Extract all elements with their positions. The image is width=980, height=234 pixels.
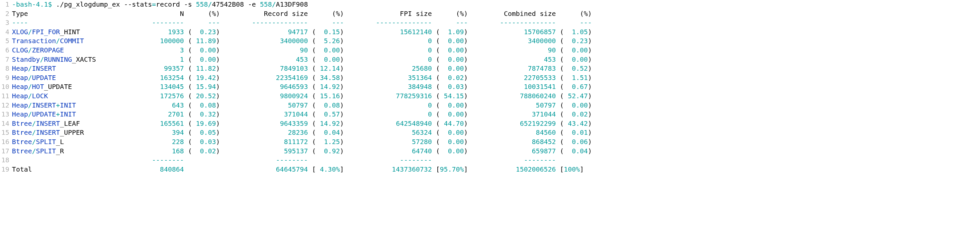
line-record: Btree/INSERT_UPPER 394 ( 0.05) 28236 ( 0… <box>12 128 592 137</box>
paren: ) <box>340 138 344 146</box>
line-number: 9 <box>1 73 9 83</box>
num: 394 <box>144 129 184 137</box>
pct: 0.01 <box>564 129 588 137</box>
line-record: Heap/INSERT+INIT 643 ( 0.08) 50797 ( 0.0… <box>12 101 592 110</box>
pct: 0.92 <box>316 147 340 155</box>
paren: ( <box>432 37 440 45</box>
line-sep2: -------- -------- -------- -------- <box>12 156 592 165</box>
sp <box>308 19 312 27</box>
paren: ( <box>308 28 316 36</box>
line-header: Type N (%) Record size (%) FPI size (%) … <box>12 9 592 19</box>
type-slash: / <box>28 92 32 100</box>
line-record: Heap/UPDATE 163254 ( 19.42) 22354169 ( 3… <box>12 73 592 83</box>
num: 840864 <box>144 165 184 173</box>
line-record: Heap/HOT_UPDATE 134045 ( 15.94) 9646593 … <box>12 82 592 92</box>
pad <box>64 138 144 146</box>
pct: 19.42 <box>192 74 216 82</box>
num: 0 <box>344 110 432 118</box>
sp <box>184 19 188 27</box>
paren: ( <box>308 37 316 45</box>
arg: 558 <box>256 0 272 8</box>
paren: ) <box>464 119 468 127</box>
num: 90 <box>468 46 556 54</box>
num: 384948 <box>344 83 432 91</box>
type-part: Heap <box>12 101 28 109</box>
pct: 0.02 <box>440 74 464 82</box>
num: 652192299 <box>468 119 556 127</box>
num: 3 <box>144 46 184 54</box>
pct: 54.15 <box>440 92 464 100</box>
line-number: 14 <box>1 119 9 129</box>
type-part: SPLIT <box>36 147 56 155</box>
br: [ <box>556 165 564 173</box>
paren: ) <box>588 28 592 36</box>
paren: ( <box>184 28 192 36</box>
num: 0 <box>344 46 432 54</box>
num: 228 <box>144 138 184 146</box>
pct: 12.14 <box>316 64 340 72</box>
num: 64645794 <box>220 165 308 173</box>
num: 868452 <box>468 138 556 146</box>
pct: 0.00 <box>440 147 464 155</box>
pct: 20.52 <box>192 92 216 100</box>
paren: ( <box>556 110 564 118</box>
pct: 43.42 <box>564 119 588 127</box>
paren: ) <box>464 37 468 45</box>
dash: -------- <box>344 156 432 164</box>
paren: ) <box>340 101 344 109</box>
pct: 0.00 <box>440 138 464 146</box>
pct: 0.03 <box>192 138 216 146</box>
line-number: 12 <box>1 101 9 110</box>
type-slash: / <box>40 56 44 64</box>
dash: -------- <box>468 156 556 164</box>
paren: ) <box>588 138 592 146</box>
num: 1933 <box>144 28 184 36</box>
paren: ( <box>432 28 440 36</box>
num: 595137 <box>220 147 308 155</box>
line-number: 5 <box>1 37 9 46</box>
type-slash: / <box>28 110 32 118</box>
paren: ( <box>184 46 192 54</box>
pad <box>48 92 144 100</box>
paren: ) <box>340 56 344 64</box>
paren: ( <box>556 37 564 45</box>
code-output: -bash-4.1$ ./pg_xlogdump_ex --stats=reco… <box>12 0 592 174</box>
pct: 14.92 <box>316 119 340 127</box>
paren: ( <box>184 37 192 45</box>
paren: ) <box>340 147 344 155</box>
prompt-ver: 4.1 <box>36 0 48 8</box>
type-tail: _L <box>56 138 64 146</box>
pct: 44.70 <box>440 119 464 127</box>
type-slash: / <box>28 46 32 54</box>
sp <box>184 10 188 18</box>
paren: ) <box>340 129 344 137</box>
pct: 0.04 <box>316 129 340 137</box>
paren: ( <box>308 129 316 137</box>
pct: 0.00 <box>440 101 464 109</box>
paren: ) <box>588 56 592 64</box>
line-record: Btree/INSERT_LEAF 165561 ( 19.69) 964335… <box>12 119 592 129</box>
pct: 0.00 <box>440 46 464 54</box>
line-record: XLOG/FPI_FOR_HINT 1933 ( 0.23) 94717 ( 0… <box>12 27 592 37</box>
line-sep: ---- -------- --- -------------- --- ---… <box>12 18 592 27</box>
pct: 1.05 <box>564 28 588 36</box>
paren: ( <box>556 147 564 155</box>
paren: ) <box>340 119 344 127</box>
num: 9646593 <box>220 83 308 91</box>
pct: 0.67 <box>564 83 588 91</box>
type-part: INSERT <box>36 129 60 137</box>
num: 163254 <box>144 74 184 82</box>
paren: ) <box>588 129 592 137</box>
type-part: INSERT <box>32 101 56 109</box>
paren: ( <box>556 83 564 91</box>
line-record: Heap/LOCK 172576 ( 20.52) 9800924 ( 15.1… <box>12 92 592 101</box>
paren: ) <box>216 28 220 36</box>
num: 50797 <box>468 101 556 109</box>
paren: ( <box>432 92 440 100</box>
line-number: 15 <box>1 128 9 137</box>
paren: ( <box>308 56 316 64</box>
num: 3400000 <box>468 37 556 45</box>
cmd: 47542B08 -e <box>212 0 256 8</box>
type-part: XLOG <box>12 28 28 36</box>
paren: ( <box>308 147 316 155</box>
